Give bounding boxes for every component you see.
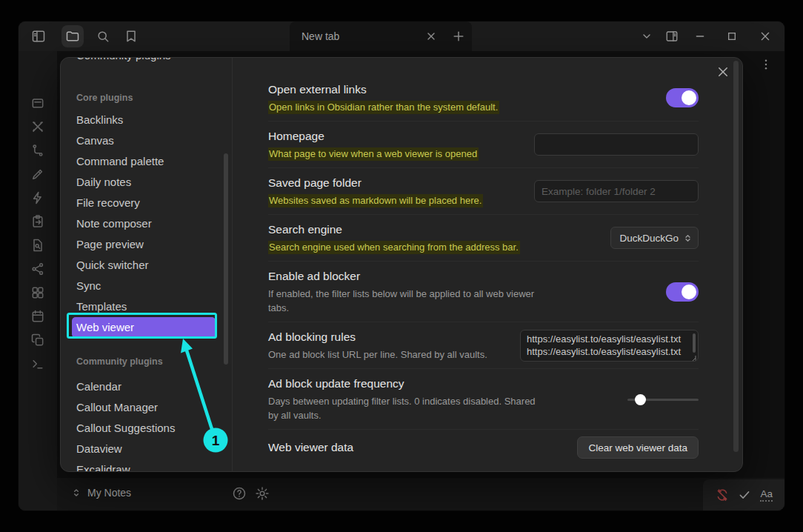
- spellcheck-indicator[interactable]: Aa: [760, 488, 773, 502]
- vault-name: My Notes: [87, 487, 131, 499]
- maximize-icon[interactable]: [726, 30, 738, 42]
- tab-close-icon[interactable]: [425, 30, 437, 42]
- setting-title: Web viewer data: [268, 439, 353, 456]
- setting-row-web-viewer-data: Web viewer data Clear web viewer data: [268, 430, 699, 465]
- setting-title: Ad blocking rules: [268, 329, 487, 345]
- screenshot-stage: New tab: [0, 0, 803, 532]
- ad-block-list-url-clipped: https://easylist.to/easylist/easylist.tx…: [527, 345, 684, 358]
- setting-row-saved-page-folder: Saved page folder Websites saved as mark…: [268, 168, 699, 215]
- setting-description-highlighted: Websites saved as markdown will be place…: [268, 194, 483, 207]
- minimize-icon[interactable]: [694, 30, 706, 42]
- search-icon[interactable]: [96, 29, 110, 44]
- content-scrollbar-thumb[interactable]: [733, 61, 739, 452]
- toggle-knob: [682, 90, 696, 105]
- gear-icon[interactable]: [255, 486, 270, 501]
- modal-close-icon[interactable]: [716, 65, 730, 79]
- sidebar-item-templates[interactable]: Templates: [76, 296, 224, 317]
- git-route-icon[interactable]: [30, 143, 45, 158]
- clipboard-export-icon[interactable]: [30, 214, 45, 229]
- setting-title: Enable ad blocker: [268, 268, 542, 285]
- check-icon[interactable]: [738, 488, 751, 502]
- setting-title: Homepage: [268, 128, 479, 144]
- toggle-knob: [682, 285, 696, 299]
- new-tab-icon[interactable]: [451, 29, 466, 44]
- sidebar-item-dataview[interactable]: Dataview: [76, 439, 224, 459]
- sidebar-item-excalidraw[interactable]: Excalidraw: [76, 459, 224, 471]
- resize-handle-icon[interactable]: [689, 352, 696, 359]
- help-icon[interactable]: [232, 486, 247, 501]
- tab-list-chevron-icon[interactable]: [641, 30, 653, 42]
- sync-disabled-icon[interactable]: [716, 488, 729, 502]
- setting-row-search-engine: Search engine Search engine used when se…: [268, 215, 699, 262]
- grid-icon[interactable]: [30, 285, 45, 300]
- setting-description: If enabled, the filter lists below will …: [268, 287, 542, 315]
- search-engine-value: DuckDuckGo: [619, 233, 679, 244]
- sidebar-item-quick-switcher[interactable]: Quick switcher: [76, 255, 224, 276]
- folder-icon: [65, 29, 80, 44]
- textarea-scrollbar-thumb[interactable]: [693, 333, 696, 353]
- update-frequency-slider[interactable]: [627, 393, 699, 405]
- setting-row-enable-ad-blocker: Enable ad blocker If enabled, the filter…: [268, 262, 699, 322]
- homepage-input[interactable]: [534, 133, 699, 156]
- obsidian-window: New tab: [18, 21, 785, 511]
- panel-left-toggle-icon[interactable]: [31, 29, 46, 44]
- sidebar-scrollbar-thumb[interactable]: [224, 153, 228, 365]
- sidebar-item-daily-notes[interactable]: Daily notes: [76, 172, 224, 193]
- sidebar-item-backlinks[interactable]: Backlinks: [76, 110, 224, 130]
- titlebar: New tab: [19, 21, 784, 51]
- clear-web-viewer-data-button[interactable]: Clear web viewer data: [577, 436, 699, 459]
- more-options-icon[interactable]: [759, 58, 773, 71]
- saved-page-folder-input[interactable]: [534, 180, 699, 202]
- terminal-icon[interactable]: [30, 356, 45, 371]
- sidebar-item-callout-suggestions[interactable]: Callout Suggestions: [76, 418, 224, 439]
- sidebar-item-callout-manager[interactable]: Callout Manager: [76, 397, 224, 418]
- panel-right-toggle-icon[interactable]: [665, 30, 679, 43]
- settings-sidebar: Community plugins Core plugins Backlinks…: [61, 58, 233, 471]
- setting-description-highlighted: Open links in Obsidian rather than the s…: [268, 101, 499, 114]
- ribbon: [19, 51, 57, 511]
- setting-row-ad-block-update-frequency: Ad block update frequency Days between u…: [268, 369, 699, 430]
- copy-icon[interactable]: [30, 333, 45, 348]
- ad-block-list-url: https://easylist.to/easylist/easylist.tx…: [527, 333, 684, 345]
- zap-icon[interactable]: [30, 190, 45, 205]
- tab-new-tab[interactable]: New tab: [290, 21, 472, 51]
- enable-ad-blocker-toggle[interactable]: [666, 282, 699, 302]
- sidebar-item-note-composer[interactable]: Note composer: [76, 213, 224, 234]
- sidebar-item-page-preview[interactable]: Page preview: [76, 234, 224, 255]
- settings-modal: Community plugins Core plugins Backlinks…: [60, 57, 743, 472]
- setting-title: Search engine: [268, 222, 520, 238]
- files-button[interactable]: [61, 25, 84, 47]
- sidebar-item-sync[interactable]: Sync: [76, 276, 224, 296]
- share-icon[interactable]: [30, 262, 45, 276]
- sidebar-item-calendar[interactable]: Calendar: [76, 376, 224, 397]
- vault-switcher[interactable]: My Notes: [70, 487, 131, 499]
- bookmark-icon[interactable]: [124, 29, 139, 44]
- sidebar-section-core-plugins: Core plugins: [76, 92, 224, 104]
- setting-title: Ad block update frequency: [268, 376, 542, 392]
- file-search-icon[interactable]: [30, 238, 45, 253]
- search-engine-select[interactable]: DuckDuckGo: [610, 227, 699, 249]
- setting-row-homepage: Homepage What page to view when a web vi…: [268, 122, 699, 168]
- slider-thumb[interactable]: [635, 394, 646, 405]
- sidebar-item-community-plugins-clipped[interactable]: Community plugins: [76, 58, 224, 64]
- calendar-icon[interactable]: [30, 309, 45, 324]
- ad-blocking-rules-textarea[interactable]: https://easylist.to/easylist/easylist.tx…: [520, 330, 699, 362]
- tab-label: New tab: [301, 30, 339, 42]
- setting-title: Open external links: [268, 82, 499, 98]
- pen-icon[interactable]: [30, 167, 45, 182]
- sidebar-item-canvas[interactable]: Canvas: [76, 130, 224, 151]
- setting-row-open-external-links: Open external links Open links in Obsidi…: [268, 75, 699, 122]
- crossed-tools-icon[interactable]: [30, 119, 45, 134]
- window-close-icon[interactable]: [759, 30, 771, 42]
- status-chip-panel: Aa: [703, 479, 784, 511]
- sidebar-item-command-palette[interactable]: Command palette: [76, 151, 224, 172]
- open-external-links-toggle[interactable]: [666, 88, 699, 107]
- chevrons-up-down-icon: [70, 487, 82, 499]
- stacked-cards-icon[interactable]: [30, 96, 45, 110]
- sidebar-item-web-viewer-selected[interactable]: Web viewer: [72, 317, 216, 338]
- setting-title: Saved page folder: [268, 175, 483, 191]
- status-bar: My Notes Aa: [57, 478, 784, 511]
- settings-content: Open external links Open links in Obsidi…: [233, 58, 742, 471]
- sidebar-item-file-recovery[interactable]: File recovery: [76, 193, 224, 213]
- setting-description: Days between updating filter lists. 0 in…: [268, 394, 542, 422]
